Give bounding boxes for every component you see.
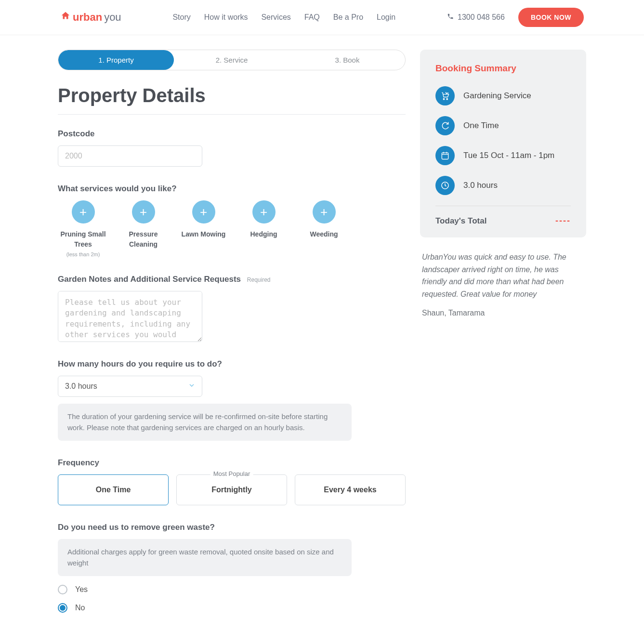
phone-icon <box>447 13 454 22</box>
svg-point-0 <box>443 98 445 100</box>
summary-date-text: Tue 15 Oct - 11am - 1pm <box>463 151 554 160</box>
add-icon: + <box>132 200 155 223</box>
frequency-every-4-weeks[interactable]: Every 4 weeks <box>295 474 406 505</box>
phone-number: 1300 048 566 <box>458 13 505 22</box>
postcode-label: Postcode <box>58 129 406 139</box>
frequency-label: Frequency <box>58 458 406 468</box>
nav-services[interactable]: Services <box>261 13 290 22</box>
service-name: Pruning Small Trees <box>58 229 108 250</box>
frequency-option-label: Fortnightly <box>211 486 252 494</box>
summary-total-row: Today's Total ---- <box>435 216 571 226</box>
site-header: urbanyou Story How it works Services FAQ… <box>0 0 644 35</box>
services-label: What services would you like? <box>58 184 406 194</box>
add-icon: + <box>313 200 336 223</box>
summary-frequency-text: One Time <box>463 121 499 131</box>
add-icon: + <box>192 200 215 223</box>
page-title: Property Details <box>58 85 406 106</box>
nav-story[interactable]: Story <box>172 13 190 22</box>
summary-service-text: Gardening Service <box>463 91 531 101</box>
add-icon: + <box>72 200 95 223</box>
divider <box>58 114 406 115</box>
summary-duration-text: 3.0 hours <box>463 181 498 190</box>
book-now-button[interactable]: BOOK NOW <box>518 8 584 27</box>
service-weeding[interactable]: + Weeding <box>299 200 349 257</box>
greenwaste-no[interactable]: No <box>58 603 406 613</box>
primary-nav: Story How it works Services FAQ Be a Pro… <box>131 13 437 22</box>
summary-divider <box>435 206 571 206</box>
service-name: Hedging <box>238 229 289 239</box>
service-pressure-cleaning[interactable]: + Pressure Cleaning <box>118 200 169 257</box>
testimonial-quote: UrbanYou was quick and easy to use. The … <box>422 251 584 300</box>
service-hedging[interactable]: + Hedging <box>238 200 289 257</box>
hours-label: How many hours do you require us to do? <box>58 359 406 369</box>
nav-faq[interactable]: FAQ <box>304 13 320 22</box>
logo-icon <box>60 11 71 24</box>
radio-label: Yes <box>75 585 88 594</box>
service-icon <box>435 86 455 105</box>
testimonial-author: Shaun, Tamarama <box>422 307 584 319</box>
notes-label: Garden Notes and Additional Service Requ… <box>58 275 406 284</box>
service-pruning[interactable]: + Pruning Small Trees (less than 2m) <box>58 200 108 257</box>
booking-summary-card: Booking Summary Gardening Service One Ti… <box>420 50 586 237</box>
summary-service-row: Gardening Service <box>435 86 571 105</box>
total-value: ---- <box>555 216 571 226</box>
greenwaste-info: Additional charges apply for green waste… <box>58 539 352 576</box>
required-tag: Required <box>247 276 271 283</box>
service-name: Lawn Mowing <box>178 229 229 239</box>
step-book[interactable]: 3. Book <box>289 50 405 70</box>
svg-point-3 <box>447 93 448 93</box>
step-service[interactable]: 2. Service <box>174 50 289 70</box>
logo-text-you: you <box>104 11 121 24</box>
frequency-option-label: One Time <box>96 486 131 494</box>
service-lawn-mowing[interactable]: + Lawn Mowing <box>178 200 229 257</box>
radio-label: No <box>75 604 85 612</box>
hours-select[interactable] <box>58 376 202 397</box>
postcode-input[interactable] <box>58 145 202 167</box>
summary-duration-row: 3.0 hours <box>435 176 571 195</box>
svg-point-1 <box>447 98 448 100</box>
svg-point-4 <box>446 92 446 93</box>
service-name: Pressure Cleaning <box>118 229 169 250</box>
calendar-icon <box>435 146 455 165</box>
add-icon: + <box>252 200 276 223</box>
most-popular-badge: Most Popular <box>210 470 253 477</box>
logo[interactable]: urbanyou <box>60 11 121 24</box>
frequency-icon <box>435 116 455 135</box>
total-label: Today's Total <box>435 216 486 226</box>
frequency-one-time[interactable]: One Time <box>58 474 169 505</box>
greenwaste-label: Do you need us to remove green waste? <box>58 523 406 532</box>
greenwaste-yes[interactable]: Yes <box>58 585 406 594</box>
radio-icon <box>58 585 67 594</box>
step-property[interactable]: 1. Property <box>58 50 174 70</box>
header-right: 1300 048 566 BOOK NOW <box>447 8 584 27</box>
frequency-option-label: Every 4 weeks <box>324 486 376 494</box>
service-sub: (less than 2m) <box>58 251 108 257</box>
summary-frequency-row: One Time <box>435 116 571 135</box>
radio-icon <box>58 603 67 613</box>
summary-title: Booking Summary <box>435 63 571 74</box>
step-tabs: 1. Property 2. Service 3. Book <box>58 50 406 70</box>
notes-label-text: Garden Notes and Additional Service Requ… <box>58 275 241 284</box>
summary-date-row: Tue 15 Oct - 11am - 1pm <box>435 146 571 165</box>
nav-login[interactable]: Login <box>377 13 395 22</box>
svg-rect-5 <box>442 153 448 159</box>
nav-how-it-works[interactable]: How it works <box>204 13 248 22</box>
logo-text-urban: urban <box>73 11 102 24</box>
nav-be-a-pro[interactable]: Be a Pro <box>333 13 363 22</box>
garden-notes-textarea[interactable] <box>58 291 202 342</box>
testimonial: UrbanYou was quick and easy to use. The … <box>420 251 586 319</box>
phone-link[interactable]: 1300 048 566 <box>447 13 505 22</box>
service-name: Weeding <box>299 229 349 239</box>
svg-point-2 <box>447 93 447 93</box>
clock-icon <box>435 176 455 195</box>
frequency-fortnightly[interactable]: Most Popular Fortnightly <box>176 474 287 505</box>
hours-info: The duration of your gardening service w… <box>58 404 352 441</box>
